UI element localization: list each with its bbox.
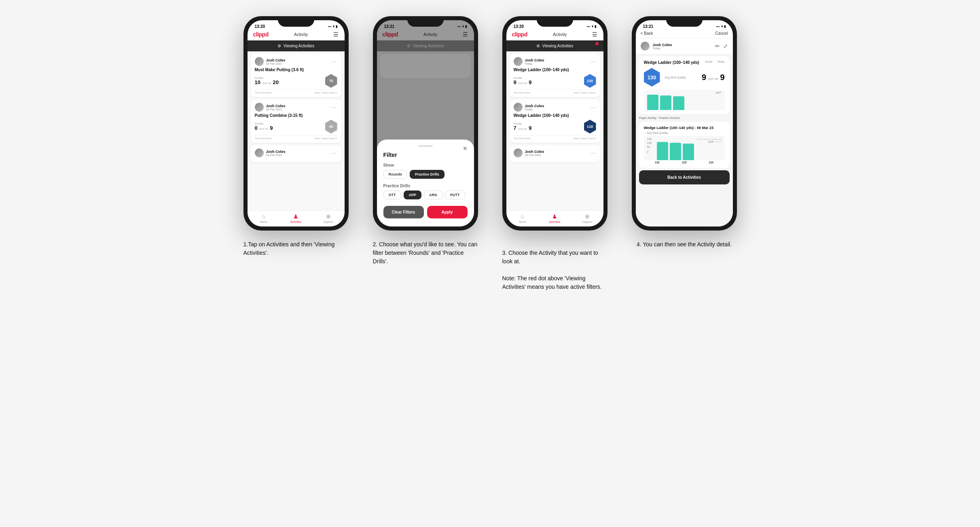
caption-text-3: 3. Choose the Activity that you want to … — [502, 250, 602, 290]
activity-card-3-2[interactable]: Josh Coles Today ··· Wedge Ladder (100–1… — [510, 99, 600, 143]
chart-bar-2 — [660, 95, 671, 110]
activity-card-1-3[interactable]: Josh Coles 28 Feb 2023 ··· — [251, 145, 341, 162]
bottom-nav-home-3[interactable]: ⌂ Home — [506, 213, 539, 223]
filter-btn-putt[interactable]: PUTT — [445, 190, 465, 199]
settings-icon-1: ⚙ — [277, 44, 281, 48]
avatar-1-1 — [255, 57, 264, 66]
user-name-4: Josh Coles — [653, 43, 672, 47]
settings-icon-3: ⚙ — [536, 44, 540, 48]
activity-title-3-1: Wedge Ladder (100–140 yds) — [514, 68, 596, 72]
edit-icon-4[interactable]: ✏ — [715, 43, 720, 49]
activity-card-1-1[interactable]: Josh Coles 28 Feb 2023 ··· Must Make Put… — [251, 54, 341, 97]
capture-label-3: Capture — [582, 220, 592, 223]
page-container: 13:20 ▪▪▪ ▾ ▮ clippd Activity ☰ ⚙ Viewin… — [239, 16, 741, 291]
avatar-3-2 — [514, 103, 523, 112]
wifi-icon-4: ▾ — [721, 25, 723, 28]
more-dots-3-3[interactable]: ··· — [590, 150, 596, 156]
quality-value-3-1: 130 — [587, 79, 593, 83]
expand-icon-4[interactable]: ⤢ — [723, 43, 728, 49]
bottom-nav-capture-3[interactable]: ⊕ Capture — [571, 213, 603, 223]
user-info-1-2: Josh Coles 28 Feb 2023 — [255, 103, 286, 112]
clear-filters-button[interactable]: Clear Filters — [383, 206, 424, 218]
stat-block-3-1: Score 9 OUT OF 9 — [514, 77, 532, 85]
phone-notch-1 — [278, 16, 314, 27]
card-header-3-3: Josh Coles 28 Feb 2023 ··· — [514, 148, 596, 157]
user-name-3-3: Josh Coles — [525, 150, 544, 154]
detail-header: < Back Cancel — [636, 30, 733, 38]
status-icons-3: ▪▪▪ ▾ ▮ — [587, 25, 596, 28]
status-icons-4: ▪▪▪ ▾ ▮ — [716, 25, 726, 28]
menu-icon-3[interactable]: ☰ — [592, 31, 597, 38]
info-right-1-2: Data: Clippd Capture — [314, 137, 337, 140]
home-label-1: Home — [260, 220, 267, 223]
more-dots-3-2[interactable]: ··· — [590, 104, 596, 110]
quality-hex-1-1: 75 — [325, 74, 337, 88]
score-value-1-2: 0 — [255, 125, 258, 131]
filter-btn-app[interactable]: APP — [404, 190, 422, 199]
filter-sheet: ✕ Filter Show Rounds Practice Drills Pra… — [377, 140, 474, 226]
activity-card-3-3[interactable]: Josh Coles 28 Feb 2023 ··· — [510, 145, 600, 162]
filter-handle — [418, 145, 433, 147]
status-time-1: 13:20 — [255, 24, 265, 29]
filter-close-icon[interactable]: ✕ — [463, 145, 468, 152]
back-to-activities-button[interactable]: Back to Activities — [639, 170, 730, 184]
stats-row-3-2: Score 7 OUT OF 9 118 — [514, 120, 596, 133]
outof-1-2: OUT OF — [259, 128, 269, 130]
quality-label-4: Avg Shot Quality — [665, 76, 686, 79]
quality-hex-1-2: 45 — [325, 120, 337, 133]
bottom-nav-capture-1[interactable]: ⊕ Capture — [312, 213, 345, 223]
logo-1: clippd — [253, 31, 269, 38]
card-header-1-2: Josh Coles 28 Feb 2023 ··· — [255, 103, 337, 112]
activities-icon-1: ♟ — [293, 213, 298, 220]
more-dots-3-1[interactable]: ··· — [590, 58, 596, 65]
stats-row-3-1: Score 9 OUT OF 9 130 — [514, 74, 596, 88]
detail-card-header: Wedge Ladder (100–140 yds) Score Shots — [644, 60, 725, 65]
apply-button[interactable]: Apply — [427, 206, 468, 218]
chart-val-2: 129 — [682, 161, 687, 164]
info-right-3-1: Data: Clippd Capture — [573, 91, 596, 94]
shots-value-1-1: 20 — [273, 79, 279, 85]
info-left-1-1: Test Information — [255, 91, 272, 94]
filter-btn-arg[interactable]: ARG — [424, 190, 442, 199]
score-big-4: 9 — [702, 73, 706, 82]
stats-row-1-2: Score 0 OUT OF 9 45 — [255, 120, 337, 133]
caption-text-1: 1.Tap on Activities and then 'Viewing Ac… — [243, 241, 335, 256]
detail-activity-title: Wedge Ladder (100–140 yds) — [644, 60, 699, 65]
back-button[interactable]: < Back — [641, 31, 653, 36]
bottom-nav-3: ⌂ Home ♟ Activities ⊕ Capture — [506, 210, 603, 226]
viewing-activities-bar-1[interactable]: ⚙ Viewing Activities — [248, 40, 345, 51]
shots-value-1-2: 9 — [270, 125, 273, 131]
phone-frame-2: 13:21 ▪▪▪ ▾ ▮ clippd Activity ☰ ⚙ Viewin… — [373, 16, 478, 231]
more-dots-1-3[interactable]: ··· — [331, 150, 337, 156]
logo-3: clippd — [512, 31, 527, 38]
filter-btn-ott[interactable]: OTT — [383, 190, 401, 199]
quality-value-1-1: 75 — [329, 79, 333, 83]
detail-chart-subtitle: ··· Avg Shot Quality — [644, 131, 725, 134]
scroll-content-1: Josh Coles 28 Feb 2023 ··· Must Make Put… — [248, 51, 345, 210]
scroll-content-3: Josh Coles Today ··· Wedge Ladder (100–1… — [506, 51, 603, 210]
score-col-label: Score — [705, 60, 712, 63]
more-dots-1-1[interactable]: ··· — [331, 58, 337, 65]
stat-score-1-1: Score 10 OUT OF 20 — [255, 77, 279, 85]
cancel-button[interactable]: Cancel — [715, 31, 728, 36]
viewing-activities-bar-3[interactable]: ⚙ Viewing Activities — [506, 40, 603, 51]
signal-icon-4: ▪▪▪ — [716, 25, 720, 28]
filter-btn-rounds[interactable]: Rounds — [383, 170, 408, 179]
filter-show-buttons: Rounds Practice Drills — [383, 170, 468, 179]
user-date-3-1: Today — [525, 62, 544, 65]
activity-card-3-1[interactable]: Josh Coles Today ··· Wedge Ladder (100–1… — [510, 54, 600, 97]
caption-text-4: 4. You can then see the Activity detail. — [637, 241, 732, 248]
quality-hex-3-2: 118 — [584, 120, 596, 133]
menu-icon-1[interactable]: ☰ — [333, 31, 339, 38]
outof-3-2: OUT OF — [518, 128, 527, 130]
phone-frame-3: 13:20 ▪▪▪ ▾ ▮ clippd Activity ☰ ⚙ Viewin… — [502, 16, 607, 231]
user-name-3-2: Josh Coles — [525, 104, 544, 108]
bottom-nav-activities-3[interactable]: ♟ Activities — [539, 213, 571, 223]
activity-card-1-2[interactable]: Josh Coles 28 Feb 2023 ··· Putting Combi… — [251, 99, 341, 143]
more-dots-1-2[interactable]: ··· — [331, 104, 337, 110]
bottom-nav-home-1[interactable]: ⌂ Home — [248, 213, 280, 223]
detail-chart: 140 100 50 0 124 ─ ─ ─ — [644, 136, 725, 160]
filter-btn-practice[interactable]: Practice Drills — [410, 170, 444, 179]
bottom-nav-activities-1[interactable]: ♟ Activities — [280, 213, 312, 223]
caption-text-2: 2. Choose what you'd like to see. You ca… — [373, 241, 478, 265]
